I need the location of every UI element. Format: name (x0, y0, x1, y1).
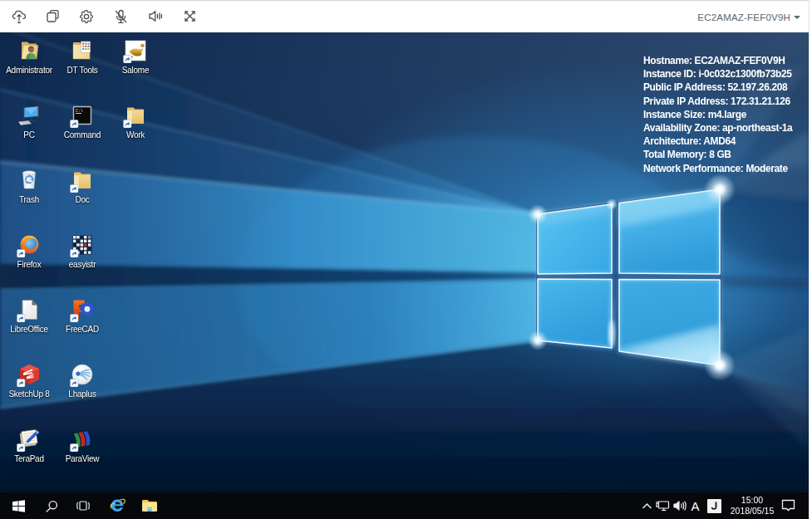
svg-text:C:\: C:\ (76, 109, 83, 114)
